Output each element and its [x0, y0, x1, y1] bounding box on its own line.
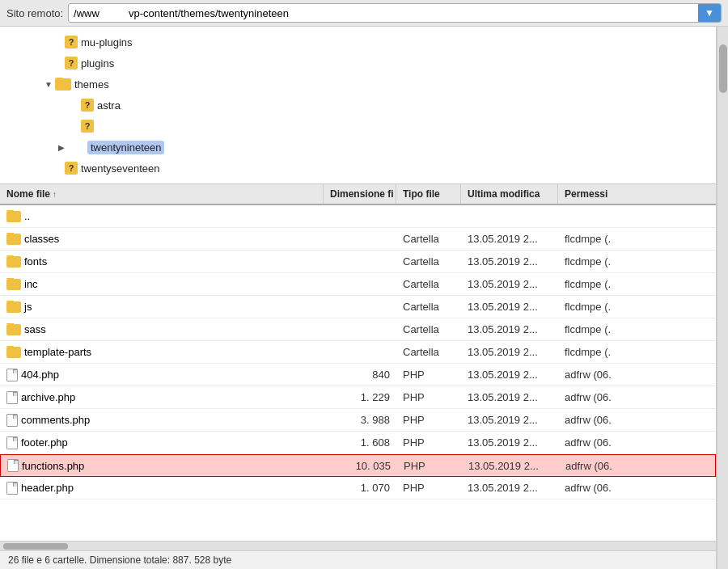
file-date-inc: 13.05.2019 2... — [461, 278, 558, 290]
question-icon: ? — [81, 120, 94, 133]
question-icon: ? — [65, 162, 78, 175]
path-input[interactable] — [69, 5, 698, 22]
file-name-template-parts: template-parts — [24, 346, 91, 358]
col-name-label: Nome file — [6, 188, 50, 200]
file-row-dotdot[interactable]: .. — [0, 205, 716, 228]
file-row-functions-php[interactable]: functions.php10. 035PHP13.05.2019 2...ad… — [0, 454, 716, 477]
tree-item-twentyseventeen[interactable]: ? twentyseventeen — [0, 158, 716, 179]
file-perms-classes: flcdmpe (. — [558, 233, 639, 245]
col-header-size[interactable]: Dimensione fi — [324, 184, 396, 204]
status-bar: 26 file e 6 cartelle. Dimensione totale:… — [0, 550, 716, 569]
file-icon-archive-php — [6, 391, 18, 404]
file-date-js: 13.05.2019 2... — [461, 301, 558, 313]
file-date-fonts: 13.05.2019 2... — [461, 255, 558, 268]
file-row-template-parts[interactable]: template-partsCartella13.05.2019 2...flc… — [0, 341, 716, 364]
folder-icon-template-parts — [6, 347, 21, 358]
col-size-label: Dimensione fi — [330, 188, 394, 200]
file-row-sass[interactable]: sassCartella13.05.2019 2...flcdmpe (. — [0, 318, 716, 341]
tree-item-themes[interactable]: ▼ themes — [0, 74, 716, 95]
file-name-comments-php: comments.php — [21, 414, 90, 426]
scrollbar-thumb[interactable] — [719, 44, 727, 93]
file-name-dotdot: .. — [24, 210, 30, 222]
file-name-footer-php: footer.php — [21, 436, 68, 449]
file-row-inc[interactable]: incCartella13.05.2019 2...flcdmpe (. — [0, 273, 716, 296]
file-date-functions-php: 13.05.2019 2... — [462, 460, 559, 472]
question-icon: ? — [81, 99, 94, 112]
file-date-404-php: 13.05.2019 2... — [461, 369, 558, 381]
file-date-comments-php: 13.05.2019 2... — [461, 414, 558, 426]
path-input-wrap: ▼ — [68, 3, 722, 23]
file-size-404-php: 840 — [324, 369, 396, 381]
file-name-js: js — [24, 301, 32, 313]
file-row-classes[interactable]: classesCartella13.05.2019 2...flcdmpe (. — [0, 228, 716, 251]
h-scrollbar-thumb[interactable] — [3, 543, 68, 550]
col-header-type[interactable]: Tipo file — [396, 184, 461, 204]
col-type-label: Tipo file — [403, 188, 440, 200]
file-type-archive-php: PHP — [396, 391, 461, 403]
file-date-sass: 13.05.2019 2... — [461, 323, 558, 335]
file-perms-template-parts: flcdmpe (. — [558, 346, 639, 358]
folder-icon-inc — [6, 279, 21, 290]
tree-item-mu-plugins[interactable]: ? mu-plugins — [0, 32, 716, 53]
folder-icon-js — [6, 301, 21, 313]
col-header-date[interactable]: Ultima modifica — [461, 184, 558, 204]
file-size-functions-php: 10. 035 — [324, 460, 397, 472]
file-row-js[interactable]: jsCartella13.05.2019 2...flcdmpe (. — [0, 296, 716, 318]
col-date-label: Ultima modifica — [468, 188, 540, 200]
file-icon-header-php — [6, 482, 18, 495]
tree-item-plugins[interactable]: ? plugins — [0, 53, 716, 74]
file-row-404-php[interactable]: 404.php840PHP13.05.2019 2...adfrw (06. — [0, 364, 716, 386]
file-type-sass: Cartella — [396, 323, 461, 335]
file-row-fonts[interactable]: fontsCartella13.05.2019 2...flcdmpe (. — [0, 251, 716, 273]
tree-item-unknown[interactable]: ? — [0, 116, 716, 137]
folder-icon-sass — [6, 324, 21, 335]
file-row-header-php[interactable]: header.php1. 070PHP13.05.2019 2...adfrw … — [0, 477, 716, 499]
file-icon-comments-php — [6, 414, 18, 427]
file-perms-footer-php: adfrw (06. — [558, 436, 639, 449]
left-panel: ? mu-plugins ? plugins ▼ themes ? astra — [0, 27, 717, 569]
horizontal-scrollbar[interactable] — [0, 541, 716, 550]
column-headers: Nome file ↑ Dimensione fi Tipo file Ulti… — [0, 184, 716, 205]
path-dropdown-button[interactable]: ▼ — [698, 4, 721, 22]
file-size-header-php: 1. 070 — [324, 482, 396, 494]
col-header-name[interactable]: Nome file ↑ — [0, 184, 324, 204]
tree-item-label: astra — [97, 99, 121, 112]
file-type-404-php: PHP — [396, 369, 461, 381]
file-perms-sass: flcdmpe (. — [558, 323, 639, 335]
file-row-comments-php[interactable]: comments.php3. 988PHP13.05.2019 2...adfr… — [0, 409, 716, 432]
folder-icon-dotdot — [6, 211, 21, 222]
question-icon: ? — [65, 36, 78, 48]
file-row-archive-php[interactable]: archive.php1. 229PHP13.05.2019 2...adfrw… — [0, 386, 716, 409]
question-icon: ? — [65, 57, 78, 70]
col-header-perms[interactable]: Permessi — [558, 184, 639, 204]
file-name-functions-php: functions.php — [22, 460, 84, 472]
file-name-header-php: header.php — [21, 482, 74, 494]
tree-area: ? mu-plugins ? plugins ▼ themes ? astra — [0, 27, 716, 184]
file-perms-header-php: adfrw (06. — [558, 482, 639, 494]
file-row-footer-php[interactable]: footer.php1. 608PHP13.05.2019 2...adfrw … — [0, 432, 716, 454]
file-date-footer-php: 13.05.2019 2... — [461, 436, 558, 449]
file-size-comments-php: 3. 988 — [324, 414, 396, 426]
file-date-classes: 13.05.2019 2... — [461, 233, 558, 245]
tree-item-label: plugins — [81, 57, 114, 70]
folder-icon-fonts — [6, 256, 21, 268]
file-type-comments-php: PHP — [396, 414, 461, 426]
file-perms-js: flcdmpe (. — [558, 301, 639, 313]
path-bar: Sito remoto: ▼ — [0, 0, 728, 27]
folder-icon-twentynineteen — [68, 141, 84, 154]
file-name-sass: sass — [24, 323, 46, 335]
file-icon-functions-php — [7, 459, 19, 472]
tree-item-label: twentynineteen — [87, 141, 164, 154]
file-date-template-parts: 13.05.2019 2... — [461, 346, 558, 358]
file-type-classes: Cartella — [396, 233, 461, 245]
file-type-footer-php: PHP — [396, 436, 461, 449]
file-type-template-parts: Cartella — [396, 346, 461, 358]
vertical-scrollbar[interactable] — [717, 27, 728, 569]
file-name-fonts: fonts — [24, 255, 47, 268]
folder-icon-classes — [6, 234, 21, 245]
tree-arrow-down: ▼ — [42, 80, 55, 89]
file-date-archive-php: 13.05.2019 2... — [461, 391, 558, 403]
status-text: 26 file e 6 cartelle. Dimensione totale:… — [8, 554, 231, 566]
tree-item-astra[interactable]: ? astra — [0, 95, 716, 116]
tree-item-twentynineteen[interactable]: ▶ twentynineteen — [0, 137, 716, 158]
